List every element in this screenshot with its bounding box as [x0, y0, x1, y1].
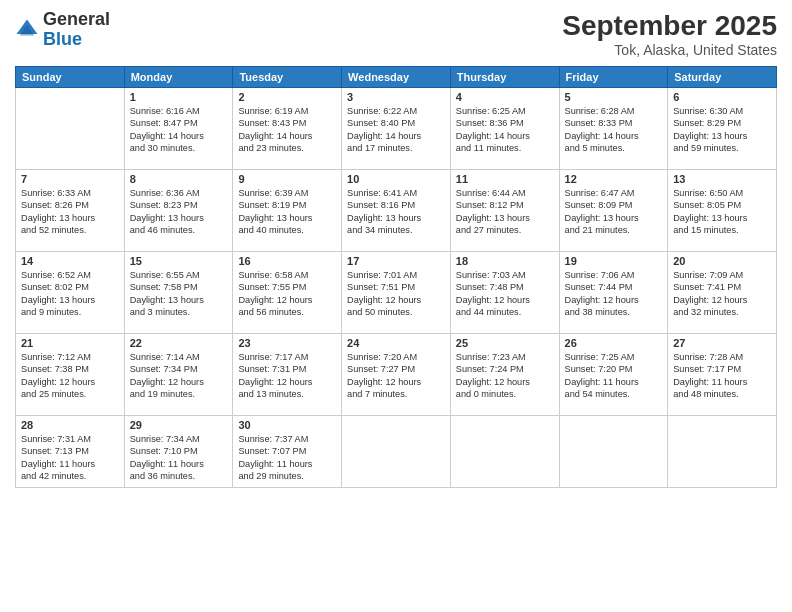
day-info: Sunrise: 7:03 AM Sunset: 7:48 PM Dayligh… — [456, 269, 554, 319]
calendar-day-cell: 11Sunrise: 6:44 AM Sunset: 8:12 PM Dayli… — [450, 170, 559, 252]
calendar-day-cell: 24Sunrise: 7:20 AM Sunset: 7:27 PM Dayli… — [342, 334, 451, 416]
calendar-day-cell: 22Sunrise: 7:14 AM Sunset: 7:34 PM Dayli… — [124, 334, 233, 416]
calendar-day-cell: 25Sunrise: 7:23 AM Sunset: 7:24 PM Dayli… — [450, 334, 559, 416]
day-info: Sunrise: 7:12 AM Sunset: 7:38 PM Dayligh… — [21, 351, 119, 401]
day-info: Sunrise: 7:14 AM Sunset: 7:34 PM Dayligh… — [130, 351, 228, 401]
day-number: 18 — [456, 255, 554, 267]
day-of-week-header: Thursday — [450, 67, 559, 88]
calendar-day-cell — [559, 416, 668, 488]
calendar-day-cell: 23Sunrise: 7:17 AM Sunset: 7:31 PM Dayli… — [233, 334, 342, 416]
calendar-day-cell: 19Sunrise: 7:06 AM Sunset: 7:44 PM Dayli… — [559, 252, 668, 334]
calendar-day-cell: 14Sunrise: 6:52 AM Sunset: 8:02 PM Dayli… — [16, 252, 125, 334]
day-number: 6 — [673, 91, 771, 103]
day-number: 5 — [565, 91, 663, 103]
calendar-day-cell — [342, 416, 451, 488]
day-info: Sunrise: 6:47 AM Sunset: 8:09 PM Dayligh… — [565, 187, 663, 237]
calendar-day-cell: 30Sunrise: 7:37 AM Sunset: 7:07 PM Dayli… — [233, 416, 342, 488]
calendar-day-cell: 27Sunrise: 7:28 AM Sunset: 7:17 PM Dayli… — [668, 334, 777, 416]
calendar-day-cell: 13Sunrise: 6:50 AM Sunset: 8:05 PM Dayli… — [668, 170, 777, 252]
page-title: September 2025 — [562, 10, 777, 42]
day-info: Sunrise: 7:01 AM Sunset: 7:51 PM Dayligh… — [347, 269, 445, 319]
day-info: Sunrise: 6:39 AM Sunset: 8:19 PM Dayligh… — [238, 187, 336, 237]
logo-text: General Blue — [43, 10, 110, 50]
day-info: Sunrise: 7:28 AM Sunset: 7:17 PM Dayligh… — [673, 351, 771, 401]
day-info: Sunrise: 7:09 AM Sunset: 7:41 PM Dayligh… — [673, 269, 771, 319]
day-info: Sunrise: 6:28 AM Sunset: 8:33 PM Dayligh… — [565, 105, 663, 155]
calendar-week-row: 28Sunrise: 7:31 AM Sunset: 7:13 PM Dayli… — [16, 416, 777, 488]
day-number: 20 — [673, 255, 771, 267]
day-number: 25 — [456, 337, 554, 349]
calendar-day-cell: 15Sunrise: 6:55 AM Sunset: 7:58 PM Dayli… — [124, 252, 233, 334]
calendar-day-cell: 16Sunrise: 6:58 AM Sunset: 7:55 PM Dayli… — [233, 252, 342, 334]
calendar-day-cell: 17Sunrise: 7:01 AM Sunset: 7:51 PM Dayli… — [342, 252, 451, 334]
calendar-day-cell: 8Sunrise: 6:36 AM Sunset: 8:23 PM Daylig… — [124, 170, 233, 252]
calendar-day-cell: 5Sunrise: 6:28 AM Sunset: 8:33 PM Daylig… — [559, 88, 668, 170]
logo-icon — [15, 18, 39, 42]
day-number: 30 — [238, 419, 336, 431]
day-info: Sunrise: 6:55 AM Sunset: 7:58 PM Dayligh… — [130, 269, 228, 319]
day-info: Sunrise: 6:58 AM Sunset: 7:55 PM Dayligh… — [238, 269, 336, 319]
calendar-day-cell: 29Sunrise: 7:34 AM Sunset: 7:10 PM Dayli… — [124, 416, 233, 488]
day-info: Sunrise: 6:19 AM Sunset: 8:43 PM Dayligh… — [238, 105, 336, 155]
day-number: 9 — [238, 173, 336, 185]
calendar-week-row: 7Sunrise: 6:33 AM Sunset: 8:26 PM Daylig… — [16, 170, 777, 252]
day-number: 2 — [238, 91, 336, 103]
calendar-day-cell: 9Sunrise: 6:39 AM Sunset: 8:19 PM Daylig… — [233, 170, 342, 252]
calendar-day-cell — [668, 416, 777, 488]
day-number: 8 — [130, 173, 228, 185]
calendar-day-cell: 1Sunrise: 6:16 AM Sunset: 8:47 PM Daylig… — [124, 88, 233, 170]
calendar-week-row: 1Sunrise: 6:16 AM Sunset: 8:47 PM Daylig… — [16, 88, 777, 170]
day-info: Sunrise: 6:41 AM Sunset: 8:16 PM Dayligh… — [347, 187, 445, 237]
calendar-day-cell: 3Sunrise: 6:22 AM Sunset: 8:40 PM Daylig… — [342, 88, 451, 170]
day-of-week-header: Wednesday — [342, 67, 451, 88]
day-of-week-header: Friday — [559, 67, 668, 88]
day-of-week-header: Monday — [124, 67, 233, 88]
day-info: Sunrise: 7:25 AM Sunset: 7:20 PM Dayligh… — [565, 351, 663, 401]
day-number: 19 — [565, 255, 663, 267]
day-of-week-header: Sunday — [16, 67, 125, 88]
day-info: Sunrise: 7:23 AM Sunset: 7:24 PM Dayligh… — [456, 351, 554, 401]
day-info: Sunrise: 7:20 AM Sunset: 7:27 PM Dayligh… — [347, 351, 445, 401]
day-number: 15 — [130, 255, 228, 267]
calendar-day-cell — [450, 416, 559, 488]
calendar-week-row: 14Sunrise: 6:52 AM Sunset: 8:02 PM Dayli… — [16, 252, 777, 334]
calendar-day-cell: 26Sunrise: 7:25 AM Sunset: 7:20 PM Dayli… — [559, 334, 668, 416]
calendar-week-row: 21Sunrise: 7:12 AM Sunset: 7:38 PM Dayli… — [16, 334, 777, 416]
day-number: 29 — [130, 419, 228, 431]
calendar-day-cell: 7Sunrise: 6:33 AM Sunset: 8:26 PM Daylig… — [16, 170, 125, 252]
day-info: Sunrise: 7:06 AM Sunset: 7:44 PM Dayligh… — [565, 269, 663, 319]
page-header: General Blue September 2025 Tok, Alaska,… — [15, 10, 777, 58]
calendar-day-cell: 28Sunrise: 7:31 AM Sunset: 7:13 PM Dayli… — [16, 416, 125, 488]
calendar-day-cell — [16, 88, 125, 170]
day-number: 21 — [21, 337, 119, 349]
day-info: Sunrise: 6:16 AM Sunset: 8:47 PM Dayligh… — [130, 105, 228, 155]
day-info: Sunrise: 7:17 AM Sunset: 7:31 PM Dayligh… — [238, 351, 336, 401]
day-number: 10 — [347, 173, 445, 185]
day-number: 3 — [347, 91, 445, 103]
day-number: 22 — [130, 337, 228, 349]
day-info: Sunrise: 6:33 AM Sunset: 8:26 PM Dayligh… — [21, 187, 119, 237]
day-info: Sunrise: 6:36 AM Sunset: 8:23 PM Dayligh… — [130, 187, 228, 237]
calendar-day-cell: 20Sunrise: 7:09 AM Sunset: 7:41 PM Dayli… — [668, 252, 777, 334]
day-info: Sunrise: 6:44 AM Sunset: 8:12 PM Dayligh… — [456, 187, 554, 237]
calendar-day-cell: 4Sunrise: 6:25 AM Sunset: 8:36 PM Daylig… — [450, 88, 559, 170]
title-block: September 2025 Tok, Alaska, United State… — [562, 10, 777, 58]
calendar-day-cell: 12Sunrise: 6:47 AM Sunset: 8:09 PM Dayli… — [559, 170, 668, 252]
calendar-table: SundayMondayTuesdayWednesdayThursdayFrid… — [15, 66, 777, 488]
logo: General Blue — [15, 10, 110, 50]
day-number: 1 — [130, 91, 228, 103]
calendar-day-cell: 6Sunrise: 6:30 AM Sunset: 8:29 PM Daylig… — [668, 88, 777, 170]
day-info: Sunrise: 7:34 AM Sunset: 7:10 PM Dayligh… — [130, 433, 228, 483]
calendar-day-cell: 18Sunrise: 7:03 AM Sunset: 7:48 PM Dayli… — [450, 252, 559, 334]
day-number: 14 — [21, 255, 119, 267]
day-number: 17 — [347, 255, 445, 267]
calendar-header-row: SundayMondayTuesdayWednesdayThursdayFrid… — [16, 67, 777, 88]
day-info: Sunrise: 6:50 AM Sunset: 8:05 PM Dayligh… — [673, 187, 771, 237]
day-number: 23 — [238, 337, 336, 349]
calendar-day-cell: 2Sunrise: 6:19 AM Sunset: 8:43 PM Daylig… — [233, 88, 342, 170]
day-info: Sunrise: 6:22 AM Sunset: 8:40 PM Dayligh… — [347, 105, 445, 155]
page-subtitle: Tok, Alaska, United States — [562, 42, 777, 58]
day-info: Sunrise: 7:31 AM Sunset: 7:13 PM Dayligh… — [21, 433, 119, 483]
day-number: 13 — [673, 173, 771, 185]
day-number: 16 — [238, 255, 336, 267]
